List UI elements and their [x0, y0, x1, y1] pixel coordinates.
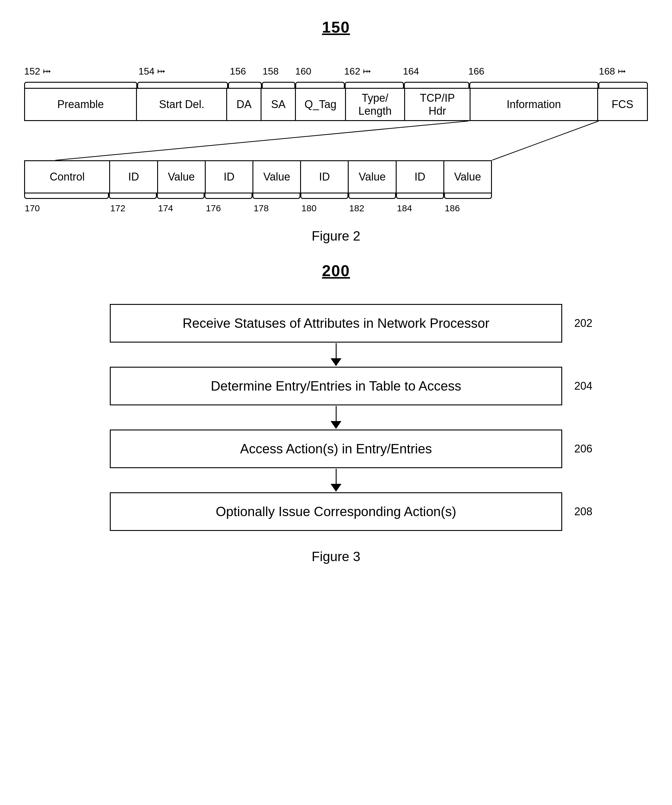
cell-preamble: Preamble — [25, 89, 137, 120]
cell-startdel: Start Del. — [137, 89, 227, 120]
sub-bracket-178 — [252, 194, 300, 199]
sub-frame-row: Control ID Value ID Value ID Value ID Va… — [24, 160, 492, 194]
sub-cell-id1: ID — [110, 161, 158, 192]
ref-152: 152 ⤠ — [24, 66, 51, 77]
sub-frame-wrapper: Control ID Value ID Value ID Value ID Va… — [24, 160, 492, 214]
ref-162: 162 ⤠ — [344, 66, 371, 77]
frame-row: Preamble Start Del. DA SA Q_Tag Type/ Le… — [24, 88, 648, 121]
bracket-168 — [598, 82, 648, 88]
cell-tcpiphdr: TCP/IP Hdr — [405, 89, 470, 120]
sub-ref-180: 180 — [301, 203, 348, 214]
flow-ref-204: 204 — [574, 380, 592, 393]
bracket-row — [24, 79, 648, 88]
bracket-162 — [345, 82, 404, 88]
arrow-head-3 — [331, 484, 341, 492]
flow-box-204-text: Determine Entry/Entries in Table to Acce… — [211, 378, 461, 393]
sub-ref-172: 172 — [110, 203, 157, 214]
bracket-164 — [404, 82, 469, 88]
bracket-154 — [137, 82, 228, 88]
flow-box-202-text: Receive Statuses of Attributes in Networ… — [182, 316, 489, 330]
sub-ref-176: 176 — [205, 203, 253, 214]
sub-cell-control: Control — [25, 161, 110, 192]
flow-box-206-text: Access Action(s) in Entry/Entries — [240, 441, 432, 456]
flow-arrow-1 — [331, 343, 341, 367]
top-ref-row: 152 ⤠ 154 ⤠ 156 158 160 162 ⤠ 164 166 — [24, 60, 648, 77]
cell-fcs: FCS — [598, 89, 647, 120]
sub-cell-value3: Value — [349, 161, 396, 192]
flow-step-204-wrapper: Determine Entry/Entries in Table to Acce… — [110, 367, 562, 405]
expansion-svg — [24, 121, 648, 160]
flow-ref-206: 206 — [574, 442, 592, 455]
svg-line-0 — [55, 121, 468, 160]
cell-da: DA — [227, 89, 262, 120]
figure2: 150 152 ⤠ 154 ⤠ 156 158 160 162 ⤠ — [24, 18, 648, 243]
flow-arrow-3 — [331, 468, 341, 492]
flow-box-206: Access Action(s) in Entry/Entries — [110, 429, 562, 468]
ref-156: 156 — [230, 66, 246, 77]
flow-ref-202: 202 — [574, 317, 592, 330]
flow-step-206-wrapper: Access Action(s) in Entry/Entries 206 — [110, 429, 562, 468]
arrow-head-1 — [331, 358, 341, 366]
ref-168: 168 ⤠ — [599, 66, 626, 77]
bracket-166 — [469, 82, 598, 88]
sub-ref-184: 184 — [396, 203, 444, 214]
sub-bracket-174 — [157, 194, 205, 199]
flow-box-202: Receive Statuses of Attributes in Networ… — [110, 304, 562, 343]
sub-cell-id4: ID — [397, 161, 444, 192]
fig2-caption: Figure 2 — [24, 228, 648, 243]
figure3: 200 Receive Statuses of Attributes in Ne… — [24, 262, 648, 564]
ref-166: 166 — [468, 66, 484, 77]
flow-box-208: Optionally Issue Corresponding Action(s) — [110, 492, 562, 531]
cell-qtag: Q_Tag — [296, 89, 346, 120]
ref-164: 164 — [403, 66, 419, 77]
sub-cell-id2: ID — [206, 161, 253, 192]
flow-step-202-wrapper: Receive Statuses of Attributes in Networ… — [110, 304, 562, 343]
flow-ref-208: 208 — [574, 505, 592, 518]
ref-154: 154 ⤠ — [138, 66, 165, 77]
sub-cell-value4: Value — [444, 161, 491, 192]
arrow-line-3 — [336, 469, 337, 484]
sub-ref-nums: 170 172 174 176 178 180 182 184 186 — [24, 203, 492, 214]
flow-step-208-wrapper: Optionally Issue Corresponding Action(s)… — [110, 492, 562, 531]
flow-box-204: Determine Entry/Entries in Table to Acce… — [110, 367, 562, 405]
sub-cell-value2: Value — [253, 161, 301, 192]
sub-bracket-170 — [24, 194, 109, 199]
sub-bracket-180 — [300, 194, 348, 199]
svg-line-1 — [492, 121, 599, 160]
sub-cell-id3: ID — [301, 161, 349, 192]
sub-bracket-172 — [109, 194, 157, 199]
sub-ref-178: 178 — [253, 203, 301, 214]
fig3-caption: Figure 3 — [24, 549, 648, 564]
arrow-line-1 — [336, 343, 337, 358]
sub-bracket-184 — [396, 194, 444, 199]
cell-sa: SA — [262, 89, 296, 120]
bracket-158 — [262, 82, 295, 88]
sub-bracket-row — [24, 194, 492, 202]
sub-bracket-182 — [348, 194, 396, 199]
ref-158: 158 — [262, 66, 279, 77]
bracket-160 — [295, 82, 345, 88]
sub-bracket-176 — [205, 194, 252, 199]
fig2-title: 150 — [24, 18, 648, 36]
flow-box-208-text: Optionally Issue Corresponding Action(s) — [216, 504, 456, 519]
sub-ref-174: 174 — [157, 203, 205, 214]
ref-160: 160 — [295, 66, 311, 77]
expansion-lines-area — [24, 121, 648, 160]
sub-cell-value1: Value — [158, 161, 206, 192]
sub-ref-170: 170 — [24, 203, 110, 214]
sub-ref-186: 186 — [444, 203, 492, 214]
flow-arrow-2 — [331, 405, 341, 429]
cell-typelen: Type/ Length — [346, 89, 405, 120]
arrow-head-2 — [331, 421, 341, 429]
cell-info: Information — [470, 89, 598, 120]
bracket-156 — [228, 82, 262, 88]
fig3-title: 200 — [24, 262, 648, 280]
sub-ref-182: 182 — [349, 203, 396, 214]
sub-bracket-186 — [444, 194, 492, 199]
flowchart: Receive Statuses of Attributes in Networ… — [24, 304, 648, 531]
bracket-152 — [24, 82, 137, 88]
arrow-line-2 — [336, 406, 337, 421]
